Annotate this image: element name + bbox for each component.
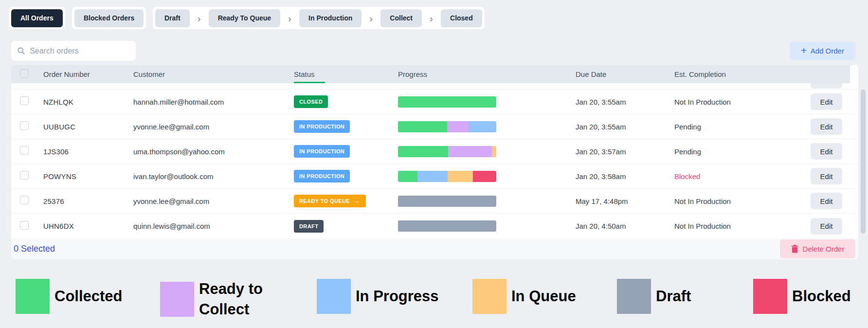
tab-blocked-orders[interactable]: Blocked Orders xyxy=(74,9,144,27)
order-number: POWYNS xyxy=(43,172,133,181)
search-icon xyxy=(18,47,25,55)
vertical-scrollbar[interactable] xyxy=(861,90,866,234)
legend-swatch xyxy=(317,279,351,314)
legend-label: In Progress xyxy=(356,286,439,307)
workflow-step-in-production[interactable]: In Production xyxy=(299,9,362,27)
order-number: UHN6DX xyxy=(43,222,133,230)
table-row: NZHLQK hannah.miller@hotmail.com CLOSED … xyxy=(11,90,858,114)
edit-button[interactable]: Edit xyxy=(811,143,842,160)
row-checkbox[interactable] xyxy=(20,146,29,155)
est-completion: Pending xyxy=(674,147,798,156)
status-badge: IN PRODUCTION xyxy=(294,145,350,158)
search-input[interactable] xyxy=(30,47,129,55)
progress-segment-in_progress xyxy=(469,121,496,132)
status-badge: DRAFT xyxy=(294,220,324,233)
status-badge: READY TO QUEUE→ xyxy=(294,195,366,207)
table-footer: 0 Selected Delete Order xyxy=(11,238,858,259)
col-status[interactable]: Status xyxy=(294,70,398,78)
table-row: POWYNS ivan.taylor@outlook.com IN PRODUC… xyxy=(11,164,858,189)
progress-segment-blocked xyxy=(473,171,496,182)
legend-label: Ready to Collect xyxy=(199,279,267,320)
status-badge: IN PRODUCTION xyxy=(294,120,350,133)
legend-swatch xyxy=(472,279,506,314)
progress-segment-ready_to_collect xyxy=(447,121,469,132)
progress-bar xyxy=(398,146,496,157)
tab-all-orders[interactable]: All Orders xyxy=(11,9,63,27)
order-number: NZHLQK xyxy=(43,98,133,106)
edit-button[interactable]: Edit xyxy=(811,218,842,235)
progress-segment-in_queue xyxy=(492,146,496,157)
due-date: Jan 20, 4:50am xyxy=(576,222,674,230)
due-date: May 17, 4:48pm xyxy=(576,197,674,205)
partial-scrolled-row xyxy=(11,83,858,90)
partial-edit-button xyxy=(811,83,842,89)
delete-order-label: Delete Order xyxy=(803,245,845,253)
delete-order-button[interactable]: Delete Order xyxy=(780,239,855,258)
est-completion: Not In Production xyxy=(674,98,798,106)
est-completion: Not In Production xyxy=(674,222,798,230)
progress-segment-collected xyxy=(398,121,447,132)
blocked-orders-tab-group: Blocked Orders xyxy=(72,7,146,29)
table-header-row: Order Number Customer Status Progress Du… xyxy=(11,65,850,83)
due-date: Jan 20, 3:55am xyxy=(576,98,674,106)
row-checkbox[interactable] xyxy=(20,221,29,230)
table-row: UHN6DX quinn.lewis@gmail.com DRAFT Jan 2… xyxy=(11,214,858,238)
progress-bar xyxy=(398,171,496,182)
legend-item: Ready to Collect xyxy=(160,279,267,320)
progress-bar xyxy=(398,96,496,108)
row-checkbox[interactable] xyxy=(20,96,29,105)
order-number: 25376 xyxy=(43,197,133,205)
workflow-stepper: Draft›Ready To Queue›In Production›Colle… xyxy=(153,7,485,29)
due-date: Jan 20, 3:57am xyxy=(576,147,674,156)
progress-segment-in_progress xyxy=(417,171,448,182)
workflow-step-draft[interactable]: Draft xyxy=(155,9,190,27)
orders-table: Order Number Customer Status Progress Du… xyxy=(11,65,858,238)
workflow-step-collect[interactable]: Collect xyxy=(380,9,422,27)
edit-button[interactable]: Edit xyxy=(811,118,842,135)
table-row: 25376 yvonne.lee@gmail.com READY TO QUEU… xyxy=(11,189,858,214)
select-all-checkbox[interactable] xyxy=(20,69,29,78)
legend-swatch xyxy=(617,279,651,314)
legend-swatch xyxy=(16,279,50,314)
progress-segment-in_queue xyxy=(448,171,473,182)
due-date: Jan 20, 3:58am xyxy=(576,172,674,181)
customer-email: ivan.taylor@outlook.com xyxy=(133,172,294,181)
progress-segment-collected xyxy=(398,96,496,108)
workflow-step-ready-to-queue[interactable]: Ready To Queue xyxy=(209,9,280,27)
legend-item: In Queue xyxy=(472,279,576,314)
add-order-label: Add Order xyxy=(811,47,844,55)
progress-segment-draft xyxy=(398,220,496,232)
edit-button[interactable]: Edit xyxy=(811,93,842,110)
legend-swatch xyxy=(753,279,787,314)
table-row: 1JS306 uma.thompson@yahoo.com IN PRODUCT… xyxy=(11,139,858,164)
customer-email: yvonne.lee@gmail.com xyxy=(133,197,294,205)
progress-bar xyxy=(398,121,496,132)
row-checkbox[interactable] xyxy=(20,171,29,180)
chevron-right-icon: › xyxy=(365,13,377,23)
est-completion: Not In Production xyxy=(674,197,798,205)
add-order-button[interactable]: + Add Order xyxy=(790,42,855,60)
order-number: 1JS306 xyxy=(43,147,133,156)
all-orders-tab-group: All Orders xyxy=(9,7,65,29)
row-checkbox[interactable] xyxy=(20,196,29,204)
col-customer: Customer xyxy=(133,70,294,78)
row-checkbox[interactable] xyxy=(20,121,29,130)
progress-bar xyxy=(398,220,496,232)
trash-icon xyxy=(791,245,798,253)
chevron-right-icon: › xyxy=(426,13,437,23)
arrow-right-icon: → xyxy=(353,198,360,204)
progress-segment-draft xyxy=(398,196,496,207)
col-order-number: Order Number xyxy=(43,70,133,78)
legend-item: Blocked xyxy=(753,279,851,314)
chevron-right-icon: › xyxy=(194,13,205,23)
legend-item: Draft xyxy=(617,279,691,314)
chevron-right-icon: › xyxy=(284,13,295,23)
customer-email: quinn.lewis@gmail.com xyxy=(133,222,294,230)
legend-item: In Progress xyxy=(317,279,439,314)
edit-button[interactable]: Edit xyxy=(811,193,842,209)
edit-button[interactable]: Edit xyxy=(811,168,842,184)
table-row: UUBUGC yvonne.lee@gmail.com IN PRODUCTIO… xyxy=(11,114,858,139)
order-number: UUBUGC xyxy=(43,123,133,131)
workflow-step-closed[interactable]: Closed xyxy=(441,9,482,27)
progress-segment-ready_to_collect xyxy=(448,146,492,157)
